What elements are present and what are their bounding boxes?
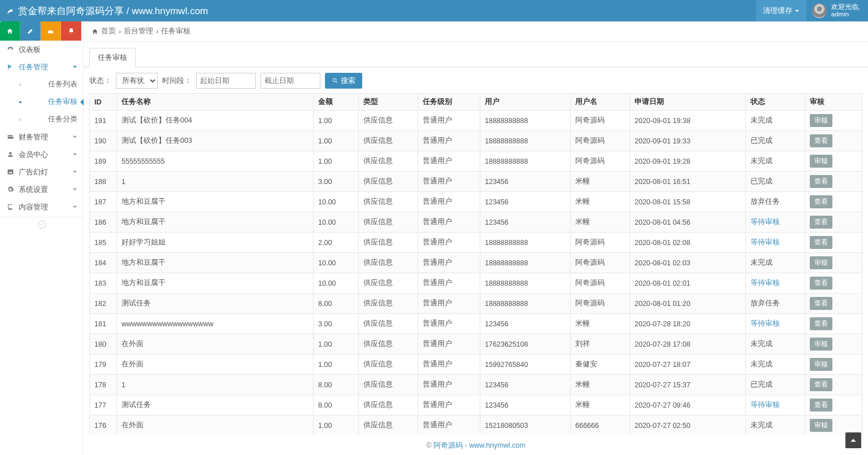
view-button[interactable]: 查看 bbox=[810, 236, 832, 249]
home-button[interactable] bbox=[0, 21, 20, 41]
cell: 供应信息 bbox=[359, 395, 418, 415]
cell: 供应信息 bbox=[359, 253, 418, 273]
status-cell: 未完成 bbox=[746, 111, 805, 131]
view-button[interactable]: 查看 bbox=[810, 216, 832, 229]
chevron-down-icon bbox=[72, 134, 77, 139]
sidebar-collapse[interactable]: ‹ bbox=[0, 217, 83, 231]
view-button[interactable]: 查看 bbox=[810, 297, 832, 310]
cell: 2020-08-01 04:56 bbox=[630, 212, 746, 233]
cell: 10.00 bbox=[314, 192, 359, 212]
view-button[interactable]: 查看 bbox=[810, 277, 832, 290]
chevron-down-icon bbox=[72, 204, 77, 209]
cell: 2020-09-01 19:28 bbox=[630, 151, 746, 172]
cell: 阿奇源码 bbox=[571, 131, 630, 151]
cell: 阿奇源码 bbox=[571, 151, 630, 172]
view-button[interactable]: 查看 bbox=[810, 317, 832, 330]
cell: 普通用户 bbox=[418, 212, 480, 233]
view-button[interactable]: 查看 bbox=[810, 134, 832, 147]
audit-button[interactable]: 审核 bbox=[810, 419, 832, 432]
sidebar-item-system[interactable]: 系统设置 bbox=[0, 181, 83, 198]
user-icon bbox=[7, 151, 14, 158]
cell: 测试【砍价】任务004 bbox=[117, 111, 314, 131]
action-cell: 审核 bbox=[805, 355, 862, 375]
cell: 普通用户 bbox=[418, 111, 480, 131]
view-button[interactable]: 查看 bbox=[810, 195, 832, 208]
cell: 1 bbox=[117, 375, 314, 395]
crown-button[interactable] bbox=[41, 21, 61, 41]
cell: 18888888888 bbox=[480, 294, 571, 314]
cell: 1.00 bbox=[314, 111, 359, 131]
cell: 123456 bbox=[480, 314, 571, 334]
status-cell: 等待审核 bbox=[746, 395, 805, 415]
chevron-down-icon bbox=[72, 187, 77, 192]
svg-point-1 bbox=[333, 78, 336, 82]
action-cell: 查看 bbox=[805, 212, 862, 233]
user-menu[interactable]: 欢迎光临, admin bbox=[806, 3, 868, 18]
audit-button[interactable]: 审核 bbox=[810, 338, 832, 351]
cell: 普通用户 bbox=[418, 415, 480, 436]
cell: 2020-07-27 15:37 bbox=[630, 375, 746, 395]
sidebar-item-finance[interactable]: 财务管理 bbox=[0, 128, 83, 146]
bell-button[interactable] bbox=[61, 21, 81, 41]
cell: 185 bbox=[90, 233, 117, 253]
cell: 15218080503 bbox=[480, 415, 571, 436]
footer-brand-link[interactable]: 阿奇源码 - www.hnymwl.com bbox=[433, 441, 525, 449]
cell: 普通用户 bbox=[418, 294, 480, 314]
edit-button[interactable] bbox=[20, 21, 41, 41]
audit-button[interactable]: 审核 bbox=[810, 358, 832, 371]
table-row: 181wwwwwwwwwwwwwwwwww3.00供应信息普通用户123456米… bbox=[90, 314, 862, 334]
cell: 180 bbox=[90, 334, 117, 355]
col-header: ID bbox=[90, 94, 117, 111]
audit-button[interactable]: 审核 bbox=[810, 256, 832, 269]
breadcrumb-home[interactable]: 首页 bbox=[101, 27, 116, 36]
sidebar-item-dashboard[interactable]: 仪表板 bbox=[0, 41, 83, 58]
table-row: 17818.00供应信息普通用户123456米幢2020-07-27 15:37… bbox=[90, 375, 862, 395]
sidebar-item-task-audit[interactable]: 任务审核 bbox=[0, 93, 83, 111]
sidebar-item-content[interactable]: 内容管理 bbox=[0, 198, 83, 216]
cell: 188 bbox=[90, 172, 117, 192]
sidebar-item-task-list[interactable]: 任务列表 bbox=[0, 76, 83, 93]
end-date-input[interactable] bbox=[261, 73, 320, 89]
clear-cache-button[interactable]: 清理缓存 bbox=[756, 0, 806, 21]
cell: 179 bbox=[90, 355, 117, 375]
status-cell: 未完成 bbox=[746, 253, 805, 273]
audit-button[interactable]: 审核 bbox=[810, 114, 832, 127]
search-icon bbox=[332, 77, 338, 84]
sidebar-item-member[interactable]: 会员中心 bbox=[0, 146, 83, 163]
start-date-input[interactable] bbox=[196, 73, 256, 89]
footer: © 阿奇源码 - www.hnymwl.com bbox=[84, 435, 868, 455]
cell: 184 bbox=[90, 253, 117, 273]
cell: 供应信息 bbox=[359, 131, 418, 151]
username: admin bbox=[831, 11, 860, 18]
action-cell: 查看 bbox=[805, 172, 862, 192]
table-row: 182测试任务8.00供应信息普通用户18888888888阿奇源码2020-0… bbox=[90, 294, 862, 314]
cell: 阿奇源码 bbox=[571, 273, 630, 294]
leaf-icon bbox=[6, 6, 15, 15]
search-button[interactable]: 搜索 bbox=[325, 73, 362, 89]
breadcrumb-l1[interactable]: 后台管理 bbox=[124, 27, 153, 36]
tab-task-audit[interactable]: 任务审核 bbox=[89, 48, 136, 67]
scroll-top-button[interactable] bbox=[845, 432, 861, 448]
action-cell: 查看 bbox=[805, 131, 862, 151]
view-button[interactable]: 查看 bbox=[810, 378, 832, 391]
cell: 普通用户 bbox=[418, 253, 480, 273]
cell: 2020-08-01 15:58 bbox=[630, 192, 746, 212]
cell: 供应信息 bbox=[359, 415, 418, 436]
brand[interactable]: 赏金帮来自阿奇源码分享 / www.hnymwl.com bbox=[6, 5, 208, 18]
status-cell: 等待审核 bbox=[746, 273, 805, 294]
col-header: 类型 bbox=[359, 94, 418, 111]
cell: 666666 bbox=[571, 415, 630, 436]
task-table: ID任务名称金额类型任务级别用户用户名申请日期状态审核 191测试【砍价】任务0… bbox=[89, 93, 862, 435]
view-button[interactable]: 查看 bbox=[810, 175, 832, 188]
sidebar-item-task-cat[interactable]: 任务分类 bbox=[0, 111, 83, 128]
cell: 18888888888 bbox=[480, 151, 571, 172]
view-button[interactable]: 查看 bbox=[810, 399, 832, 412]
cell: 8.00 bbox=[314, 395, 359, 415]
cell: 供应信息 bbox=[359, 355, 418, 375]
status-select[interactable]: 所有状态 bbox=[116, 73, 158, 89]
sidebar-item-task-mgmt[interactable]: 任务管理 bbox=[0, 58, 83, 76]
cell: 3.00 bbox=[314, 172, 359, 192]
table-row: 184地方和豆腐干10.00供应信息普通用户18888888888阿奇源码202… bbox=[90, 253, 862, 273]
sidebar-item-ad[interactable]: 广告幻灯 bbox=[0, 163, 83, 181]
audit-button[interactable]: 审核 bbox=[810, 155, 832, 168]
